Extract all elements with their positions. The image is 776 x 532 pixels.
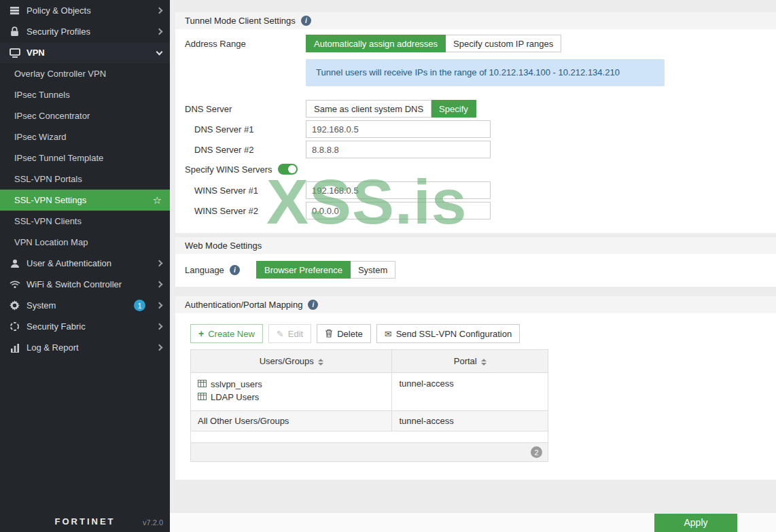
table-row[interactable]: All Other Users/Groups tunnel-access [191,411,548,431]
language-label: Language [185,265,224,275]
sub-item-label: IPsec Wizard [14,132,67,142]
chevron-right-icon [156,29,163,35]
vpn-submenu: Overlay Controller VPN IPsec Tunnels IPs… [0,63,170,253]
section-header-portal-mapping: Authentication/Portal Mapping i [175,296,776,313]
table-row[interactable]: sslvpn_users LDAP Users tunnel-access [191,373,548,411]
sidebar-item-vpn[interactable]: VPN [0,42,170,63]
tunnel-mode-form: Address Range Automatically assign addre… [175,29,776,233]
sidebar: Policy & Objects Security Profiles VPN O… [0,0,170,532]
row-count-badge: 2 [531,446,542,458]
sidebar-item-user-authentication[interactable]: User & Authentication [0,253,170,274]
sidebar-item-system[interactable]: System 1 [0,295,170,316]
section-title: Tunnel Mode Client Settings [185,16,296,26]
sidebar-item-policy-objects[interactable]: Policy & Objects [0,0,170,21]
sidebar-item-vpn-location-map[interactable]: VPN Location Map [0,232,170,253]
user-group-entry: LDAP Users [198,392,385,402]
lock-icon [9,26,20,37]
info-icon[interactable]: i [301,16,311,26]
bar-chart-icon [9,343,20,353]
create-new-button[interactable]: + Create New [190,324,263,343]
sidebar-item-ipsec-tunnel-template[interactable]: IPsec Tunnel Template [0,147,170,169]
section-header-tunnel-mode: Tunnel Mode Client Settings i [175,12,776,29]
chevron-right-icon [156,281,163,288]
top-strip [170,0,776,12]
portal-cell: tunnel-access [392,411,548,431]
address-range-option-auto[interactable]: Automatically assign addresses [306,35,446,52]
sub-item-label: IPsec Tunnel Template [14,153,103,163]
sidebar-item-security-profiles[interactable]: Security Profiles [0,21,170,42]
user-group-icon [198,379,207,389]
security-fabric-icon [9,321,20,332]
sidebar-item-label: Log & Report [27,342,79,353]
table-header-row: Users/Groups Portal [191,350,548,373]
toggle-knob [288,165,296,173]
sort-icon [318,359,323,366]
dns-server-label: DNS Server [185,104,306,114]
table-footer-row: 2 [191,443,548,462]
wins-server-1-label: WINS Server #1 [185,185,306,196]
sub-item-label: SSL-VPN Clients [14,216,82,226]
dns-server-segmented: Same as client system DNS Specify [306,100,476,118]
sub-item-label: VPN Location Map [14,237,88,247]
dns-server-2-input[interactable] [306,141,491,158]
chevron-right-icon [156,302,163,309]
chevron-right-icon [156,7,163,14]
sidebar-item-sslvpn-portals[interactable]: SSL-VPN Portals [0,169,170,190]
dns-option-same-as-client[interactable]: Same as client system DNS [306,100,431,118]
send-sslvpn-configuration-button[interactable]: ✉ Send SSL-VPN Configuration [376,324,520,343]
envelope-icon: ✉ [385,330,392,338]
users-groups-column-header[interactable]: Users/Groups [191,350,392,373]
sidebar-item-log-report[interactable]: Log & Report [0,337,170,358]
pencil-icon: ✎ [277,330,284,338]
sidebar-item-label: Security Profiles [27,26,90,37]
sidebar-item-wifi-switch-controller[interactable]: WiFi & Switch Controller [0,274,170,295]
sidebar-footer: FORTINET v7.2.0 [0,516,170,529]
users-cell: All Other Users/Groups [191,411,392,431]
sidebar-item-security-fabric[interactable]: Security Fabric [0,316,170,337]
trash-icon [325,329,333,339]
sidebar-item-ipsec-wizard[interactable]: IPsec Wizard [0,126,170,147]
sidebar-item-sslvpn-settings[interactable]: SSL-VPN Settings ☆ [0,190,170,211]
gear-icon [9,300,20,311]
wins-server-2-label: WINS Server #2 [185,206,306,216]
section-gap [170,287,776,296]
firmware-version: v7.2.0 [143,518,163,527]
address-range-label: Address Range [185,39,306,49]
wins-server-1-input[interactable] [306,181,491,199]
info-icon[interactable]: i [230,265,240,275]
sub-item-label: SSL-VPN Settings [14,195,86,205]
sidebar-item-label: Policy & Objects [27,5,91,16]
sidebar-item-ipsec-tunnels[interactable]: IPsec Tunnels [0,84,170,105]
delete-button[interactable]: Delete [317,324,371,343]
table-empty-row [191,431,548,443]
sidebar-item-label: WiFi & Switch Controller [27,279,122,289]
main-content: Tunnel Mode Client Settings i Address Ra… [170,0,776,532]
web-mode-form: Language i Browser Preference System [175,254,776,287]
chevron-down-icon [156,48,163,55]
wifi-icon [9,280,20,289]
address-range-option-custom[interactable]: Specify custom IP ranges [446,35,561,52]
favorite-star-icon[interactable]: ☆ [153,195,162,205]
sidebar-item-sslvpn-clients[interactable]: SSL-VPN Clients [0,211,170,232]
sidebar-item-label: User & Authentication [27,258,111,268]
info-icon[interactable]: i [308,300,318,310]
dns-server-1-input[interactable] [306,120,491,138]
wins-server-2-input[interactable] [306,202,491,219]
sub-item-label: IPsec Concentrator [14,111,90,121]
section-header-web-mode: Web Mode Settings [175,237,776,254]
sidebar-item-label: System [27,300,56,311]
wins-servers-toggle[interactable] [278,164,298,175]
sidebar-item-ipsec-concentrator[interactable]: IPsec Concentrator [0,105,170,126]
language-option-browser[interactable]: Browser Preference [256,261,351,279]
portal-column-header[interactable]: Portal [392,350,548,373]
dns-option-specify[interactable]: Specify [431,100,476,118]
language-option-system[interactable]: System [351,261,395,279]
chevron-right-icon [156,260,163,267]
portal-cell: tunnel-access [392,373,548,411]
apply-button[interactable]: Apply [654,514,737,532]
edit-button[interactable]: ✎ Edit [268,324,311,343]
plus-icon: + [198,328,204,339]
sidebar-item-overlay-controller-vpn[interactable]: Overlay Controller VPN [0,63,170,84]
sub-item-label: IPsec Tunnels [14,90,70,100]
wins-toggle-label: Specify WINS Servers [185,164,272,175]
